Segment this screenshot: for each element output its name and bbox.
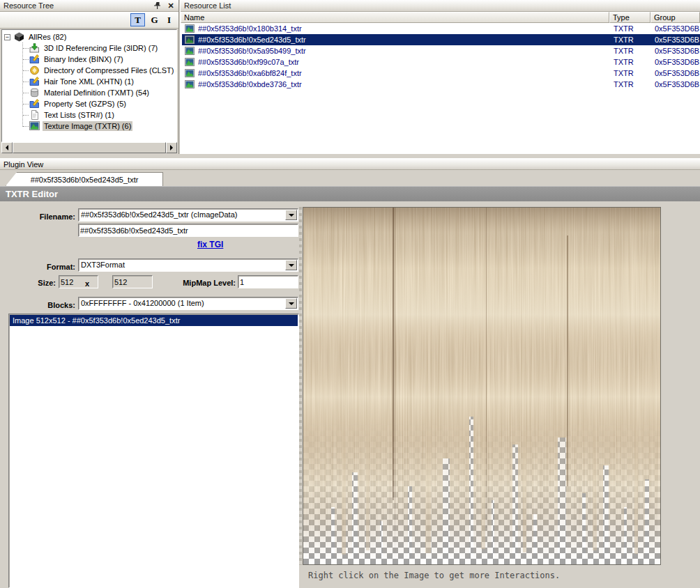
tree-item-text-lists[interactable]: Text Lists (STR#) (1) [2, 109, 176, 121]
resource-tree-panel: Resource Tree ✕ T G I − AllRes (82) [0, 0, 179, 154]
tree-item-label: Text Lists (STR#) (1) [43, 110, 116, 120]
resource-list-title: Resource List [184, 1, 231, 10]
format-combo-value: DXT3Format [79, 259, 284, 271]
resource-row[interactable]: ##0x5f353d6b!0x5a95b499_txtr TXTR 0x5F35… [182, 45, 700, 56]
texture-image-icon [185, 80, 195, 88]
hair-texture-graphic [303, 208, 660, 564]
resource-type: TXTR [611, 80, 652, 88]
tree-item-texture-image[interactable]: Texture Image (TXTR) (6) [2, 121, 176, 132]
size-height-field[interactable] [112, 275, 153, 288]
plugin-view-titlebar: Plugin View [0, 158, 700, 170]
resource-row-selected[interactable]: ##0x5f353d6b!0x5ed243d5_txtr TXTR 0x5F35… [182, 34, 700, 45]
texture-image-icon [185, 69, 195, 77]
texture-image-icon [185, 36, 195, 44]
fix-tgi-link[interactable]: fix TGI [197, 240, 223, 249]
allres-cube-icon [14, 32, 24, 42]
resource-row[interactable]: ##0x5f353d6b!0xa6bf824f_txtr TXTR 0x5F35… [182, 68, 700, 79]
blocks-list-item-selected[interactable]: Image 512x512 - ##0x5f353d6b!0x5ed243d5_… [10, 315, 298, 326]
filename-label: Filename: [6, 212, 75, 221]
size-x-separator: x [70, 279, 105, 288]
blocks-listbox[interactable]: Image 512x512 - ##0x5f353d6b!0x5ed243d5_… [8, 314, 299, 588]
tree-item-label: Texture Image (TXTR) (6) [43, 121, 132, 131]
filter-type-button[interactable]: T [130, 13, 145, 26]
mipmap-label: MipMap Level: [166, 279, 236, 287]
material-definition-icon [29, 88, 40, 98]
resource-name: ##0x5f353d6b!0x5a95b499_txtr [198, 47, 611, 55]
resource-list-panel: Resource List Name Type Group ##0x5f353d… [180, 0, 700, 154]
format-label: Format: [6, 263, 75, 271]
resource-list-rows: ##0x5f353d6b!0x180b314_txtr TXTR 0x5F353… [181, 23, 700, 90]
resource-list-titlebar: Resource List [181, 0, 700, 12]
blocks-label: Blocks: [6, 301, 75, 309]
plugin-view-title: Plugin View [3, 160, 43, 169]
panel-splitter[interactable] [299, 207, 302, 565]
tree-item-label: Hair Tone XML (XHTN) (1) [43, 77, 135, 86]
tree-item-property-set[interactable]: Property Set (GZPS) (5) [2, 98, 176, 109]
resource-group: 0x5F353D6B [652, 80, 700, 88]
resource-group: 0x5F353D6B [652, 47, 700, 55]
filename-input[interactable] [78, 224, 298, 237]
resource-row[interactable]: ##0x5f353d6b!0xf99c07a_txtr TXTR 0x5F353… [182, 56, 700, 68]
tree-item-label: Directory of Compressed Files (CLST) (1) [43, 65, 177, 75]
resource-name: ##0x5f353d6b!0x5ed243d5_txtr [198, 36, 611, 44]
resource-name: ##0x5f353d6b!0x180b314_txtr [198, 24, 611, 33]
tree-horizontal-scrollbar[interactable] [1, 142, 177, 153]
3d-id-referencing-icon [29, 43, 40, 53]
resource-group: 0x5F353D6B [652, 69, 700, 77]
size-label: Size: [0, 279, 56, 287]
tree-item-material-definition[interactable]: Material Definition (TXMT) (54) [2, 87, 176, 98]
tree-item-directory-compressed[interactable]: Directory of Compressed Files (CLST) (1) [2, 65, 176, 76]
tree-item-label: 3D ID Referencing File (3IDR) (7) [43, 43, 159, 53]
texture-image-icon [185, 24, 195, 33]
resource-name: ##0x5f353d6b!0xa6bf824f_txtr [198, 69, 611, 77]
resource-type: TXTR [611, 47, 652, 55]
txtr-editor-header: TXTR Editor [0, 186, 700, 201]
filename-combo-value: ##0x5f353d6b!0x5ed243d5_txtr (cImageData… [79, 209, 284, 221]
resource-type: TXTR [611, 24, 652, 33]
text-lists-icon [29, 110, 40, 120]
column-header-group[interactable]: Group [650, 12, 700, 23]
resource-row[interactable]: ##0x5f353d6b!0x180b314_txtr TXTR 0x5F353… [182, 23, 700, 34]
column-header-name[interactable]: Name [181, 12, 609, 23]
pin-icon[interactable] [152, 1, 162, 10]
scroll-left-arrow-icon[interactable] [1, 142, 13, 153]
blocks-combobox[interactable]: 0xFFFFFFFF - 0x41200000 (1 Item) [78, 297, 298, 310]
resource-row[interactable]: ##0x5f353d6b!0xbde3736_txtr TXTR 0x5F353… [182, 79, 700, 90]
tree-item-binary-index[interactable]: Binary Index (BINX) (7) [2, 54, 176, 65]
chevron-down-icon[interactable] [285, 260, 297, 270]
txtr-editor-title: TXTR Editor [6, 189, 58, 199]
resource-name: ##0x5f353d6b!0xf99c07a_txtr [198, 58, 611, 66]
filter-instance-button[interactable]: I [162, 13, 176, 26]
resource-tree-titlebar: Resource Tree ✕ [0, 0, 178, 12]
chevron-down-icon[interactable] [285, 210, 297, 220]
texture-image-icon [185, 47, 195, 55]
resource-type: TXTR [611, 36, 652, 44]
resource-type: TXTR [611, 58, 652, 66]
tree-item-label: AllRes (82) [27, 32, 68, 42]
image-hint-text: Right click on the Image to get more Int… [308, 571, 560, 580]
filename-combobox[interactable]: ##0x5f353d6b!0x5ed243d5_txtr (cImageData… [78, 208, 298, 222]
binary-index-icon [29, 54, 40, 64]
close-icon[interactable]: ✕ [166, 1, 176, 10]
tree-item-label: Property Set (GZPS) (5) [43, 99, 128, 109]
scrollbar-thumb[interactable] [13, 142, 166, 153]
resource-group: 0x5F353D6B [652, 24, 700, 33]
property-set-icon [29, 99, 40, 109]
plugin-tabstrip: ##0x5f353d6b!0x5ed243d5_txtr [0, 170, 700, 186]
filter-group-button[interactable]: G [147, 13, 162, 26]
chevron-down-icon[interactable] [285, 298, 297, 309]
blocks-combo-value: 0xFFFFFFFF - 0x41200000 (1 Item) [79, 297, 284, 309]
mipmap-level-field[interactable] [238, 275, 298, 288]
resource-group: 0x5F353D6B [652, 36, 700, 44]
format-combobox[interactable]: DXT3Format [78, 258, 298, 272]
tree-item-hair-tone-xml[interactable]: Hair Tone XML (XHTN) (1) [2, 76, 176, 87]
texture-preview-image[interactable] [303, 207, 661, 565]
resource-tree-title: Resource Tree [3, 1, 54, 10]
hair-tone-xml-icon [29, 77, 40, 86]
tree-item-allres[interactable]: − AllRes (82) [2, 31, 176, 42]
tree-item-3d-id-referencing[interactable]: 3D ID Referencing File (3IDR) (7) [2, 42, 176, 54]
scroll-right-arrow-icon[interactable] [166, 142, 177, 153]
column-header-type[interactable]: Type [609, 12, 650, 23]
collapse-icon[interactable]: − [4, 34, 10, 40]
tab-txtr-resource[interactable]: ##0x5f353d6b!0x5ed243d5_txtr [6, 172, 163, 186]
